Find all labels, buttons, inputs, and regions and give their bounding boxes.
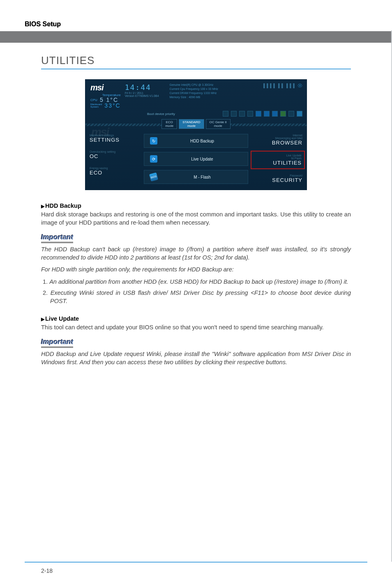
utilities-heading: UTILITIES bbox=[41, 54, 351, 69]
bios-version: Version E7760IMS V1.0B4 bbox=[125, 94, 159, 97]
nav-oc-sub: Overclocking setting bbox=[90, 150, 139, 153]
bios-ui: msi Temperature CPU 5 1°C Mainboard Syst… bbox=[85, 79, 307, 190]
nav-browser[interactable]: Internet Messenging and Mail BROWSER bbox=[253, 134, 302, 146]
row-live-update[interactable]: ⟳ Live Update bbox=[144, 152, 248, 166]
barcode-icon: ▌▌▌▌ ▌▌ ▌▌▌ ⓧ bbox=[253, 83, 302, 108]
hdd-backup-label: HDD Backup bbox=[162, 139, 242, 143]
cpu-info-line1: Genuine Intel(R) CPU @ 3.30GHz bbox=[170, 83, 218, 87]
list-item-1: 1. An additional partition from another … bbox=[41, 278, 351, 286]
boot-priority-row: Boot device priority bbox=[85, 110, 307, 118]
mflash-label: M - Flash bbox=[162, 175, 242, 179]
boot-icon-usb[interactable] bbox=[272, 111, 278, 117]
mode-tabs: ECO mode STANDARD mode OC Genie II mode bbox=[161, 119, 231, 129]
important-2-p1: HDD Backup and Live Update request Winki… bbox=[41, 350, 351, 366]
boot-icon[interactable] bbox=[223, 111, 228, 117]
boot-icon-expand[interactable] bbox=[297, 111, 302, 117]
boot-icon-green[interactable] bbox=[280, 111, 286, 117]
bios-screenshot-wrap: msi Temperature CPU 5 1°C Mainboard Syst… bbox=[41, 79, 351, 190]
nav-security[interactable]: Password SECURITY bbox=[253, 174, 302, 183]
important-label-2: Important bbox=[41, 338, 73, 348]
live-update-head-text: Live Update bbox=[45, 315, 79, 322]
bios-mid-info: 14:44 Fri 9 / 2 / 2011 Version E7760IMS … bbox=[125, 83, 249, 108]
system-label: Mainboard System bbox=[90, 103, 102, 108]
bios-left-info: msi Temperature CPU 5 1°C Mainboard Syst… bbox=[90, 83, 121, 108]
important-block-1: The HDD Backup can't back up (/restore) … bbox=[41, 246, 351, 274]
clock-date: Fri 9 / 2 / 2011 bbox=[125, 92, 159, 94]
hdd-backup-heading: ▶HDD Backup bbox=[41, 202, 351, 209]
nav-oc-label: OC bbox=[90, 153, 139, 159]
nav-eco-label: ECO bbox=[90, 170, 139, 176]
system-temp: 33°C bbox=[104, 103, 120, 108]
bios-body: Mainboard settings SETTINGS Overclocking… bbox=[85, 131, 307, 190]
mode-eco[interactable]: ECO mode bbox=[161, 119, 177, 129]
nav-browser-sub: Internet Messenging and Mail bbox=[253, 134, 302, 140]
nav-security-label: SECURITY bbox=[253, 177, 302, 183]
cpu-info-line4: Memory Size : 4096 MB bbox=[170, 95, 218, 99]
boot-icon[interactable] bbox=[239, 111, 245, 117]
cpu-info: Genuine Intel(R) CPU @ 3.30GHz Current C… bbox=[170, 83, 218, 99]
msi-logo: msi bbox=[90, 83, 121, 92]
nav-eco-sub: Energy saving bbox=[90, 167, 139, 170]
footer-rule bbox=[25, 562, 367, 563]
boot-icon-usb[interactable] bbox=[256, 111, 261, 117]
grey-band bbox=[0, 31, 392, 43]
live-update-body: This tool can detect and update your BIO… bbox=[41, 324, 351, 332]
header-title: BIOS Setup bbox=[25, 21, 367, 28]
important-label-1: Important bbox=[41, 233, 73, 243]
page-number: 2-18 bbox=[41, 567, 53, 574]
row-mflash[interactable]: BIOS M - Flash bbox=[144, 170, 248, 184]
row-hdd-backup[interactable]: ↻ HDD Backup bbox=[144, 134, 248, 148]
live-update-label: Live Update bbox=[162, 157, 242, 161]
nav-security-sub: Password bbox=[253, 174, 302, 177]
hdd-backup-head-text: HDD Backup bbox=[45, 202, 81, 209]
nav-eco[interactable]: Energy saving ECO bbox=[90, 167, 139, 176]
msi-watermark: msi bbox=[91, 126, 108, 139]
header: BIOS Setup bbox=[25, 21, 367, 28]
mode-ocgenie[interactable]: OC Genie II mode bbox=[206, 119, 231, 129]
important-1-p1: The HDD Backup can't back up (/restore) … bbox=[41, 246, 351, 262]
important-block-2: HDD Backup and Live Update request Winki… bbox=[41, 350, 351, 366]
boot-icon-usb[interactable] bbox=[264, 111, 270, 117]
triangle-icon: ▶ bbox=[41, 317, 44, 322]
li1-num: 1. bbox=[43, 278, 49, 285]
li2-text: Executing Winki stored in USB flash driv… bbox=[50, 289, 351, 304]
boot-priority-label: Boot device priority bbox=[147, 112, 220, 116]
boot-icon[interactable] bbox=[288, 111, 294, 117]
li2-num: 2. bbox=[43, 289, 51, 296]
bios-topbar: msi Temperature CPU 5 1°C Mainboard Syst… bbox=[85, 80, 307, 110]
important-1-p2: For HDD with single partition only, the … bbox=[41, 266, 351, 274]
hatch-right bbox=[231, 124, 307, 126]
page: BIOS Setup UTILITIES msi Temperature CPU… bbox=[0, 0, 392, 588]
triangle-icon: ▶ bbox=[41, 204, 44, 209]
left-nav: Mainboard settings SETTINGS Overclocking… bbox=[90, 134, 139, 184]
cpu-info-line3: Current DRAM Frequency 1333 MHz bbox=[170, 91, 218, 95]
nav-oc[interactable]: Overclocking setting OC bbox=[90, 150, 139, 159]
mode-standard[interactable]: STANDARD mode bbox=[179, 119, 204, 129]
list-item-2: 2. Executing Winki stored in USB flash d… bbox=[41, 289, 351, 305]
right-nav: Internet Messenging and Mail BROWSER Liv… bbox=[253, 134, 302, 184]
hdd-backup-icon: ↻ bbox=[150, 137, 157, 145]
boot-icon[interactable] bbox=[231, 111, 237, 117]
clock: 14:44 bbox=[125, 83, 159, 92]
mflash-icon: BIOS bbox=[149, 172, 158, 181]
li1-text: An additional partition from another HDD… bbox=[49, 278, 348, 285]
boot-icon[interactable] bbox=[247, 111, 253, 117]
live-update-icon: ⟳ bbox=[150, 155, 157, 163]
center-list: ↻ HDD Backup ⟳ Live Update BIOS M - Flas… bbox=[144, 134, 248, 184]
content: UTILITIES msi Temperature CPU 5 1°C bbox=[25, 43, 367, 366]
cpu-info-line2: Current Cpu Frequency 100 x 33 MHz bbox=[170, 87, 218, 91]
cpu-temp: 5 1°C bbox=[100, 97, 118, 103]
live-update-heading: ▶Live Update bbox=[41, 315, 351, 322]
nav-utilities-label: UTILITIES bbox=[254, 160, 302, 166]
cpu-label: CPU bbox=[90, 98, 97, 102]
nav-browser-label: BROWSER bbox=[253, 140, 302, 146]
hdd-backup-body: Hard disk storage backups and restoring … bbox=[41, 211, 351, 227]
nav-utilities-sub: Live Update M-Flash bbox=[254, 154, 302, 160]
nav-utilities[interactable]: Live Update M-Flash UTILITIES bbox=[253, 153, 302, 167]
